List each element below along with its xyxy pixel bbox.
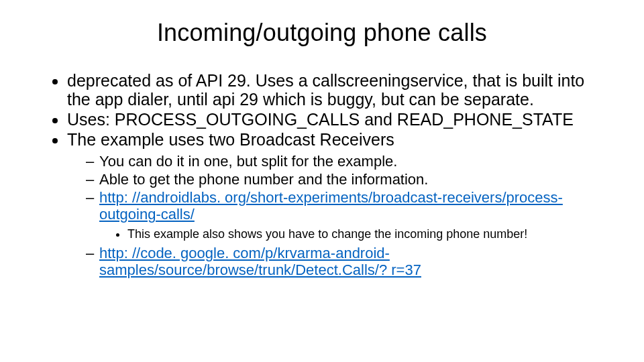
link[interactable]: http: //androidlabs. org/short-experimen… bbox=[99, 189, 563, 223]
sub-bullet-item: http: //androidlabs. org/short-experimen… bbox=[86, 189, 604, 242]
bullet-list-level-2: You can do it in one, but split for the … bbox=[86, 153, 604, 278]
sub-bullet-item: http: //code. google. com/p/krvarma-andr… bbox=[86, 245, 604, 278]
bullet-text: The example uses two Broadcast Receivers bbox=[67, 130, 394, 149]
bullet-item: Uses: PROCESS_OUTGOING_CALLS and READ_PH… bbox=[67, 110, 604, 129]
slide: Incoming/outgoing phone calls deprecated… bbox=[0, 0, 644, 362]
slide-title: Incoming/outgoing phone calls bbox=[40, 19, 604, 47]
bullet-item: The example uses two Broadcast Receivers… bbox=[67, 130, 604, 278]
link[interactable]: http: //code. google. com/p/krvarma-andr… bbox=[99, 245, 421, 278]
bullet-item: deprecated as of API 29. Uses a callscre… bbox=[67, 71, 604, 109]
bullet-list-level-3: This example also shows you have to chan… bbox=[127, 227, 604, 242]
bullet-list-level-1: deprecated as of API 29. Uses a callscre… bbox=[67, 71, 604, 278]
sub-bullet-item: Able to get the phone number and the inf… bbox=[86, 171, 604, 188]
sub-bullet-item: You can do it in one, but split for the … bbox=[86, 153, 604, 170]
sub-sub-bullet-item: This example also shows you have to chan… bbox=[127, 227, 604, 242]
